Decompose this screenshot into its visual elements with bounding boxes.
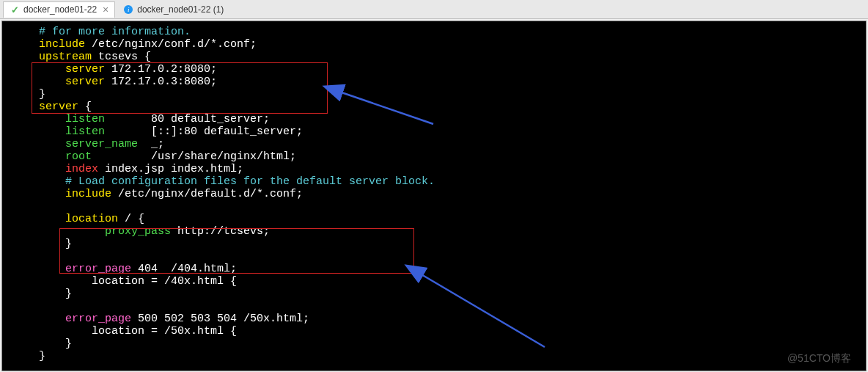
code-comment: # Load configuration files for the defau… xyxy=(65,175,435,188)
code-keyword: error_page xyxy=(65,263,131,275)
tab-active[interactable]: ✓ docker_node01-22 × xyxy=(3,1,115,18)
code-keyword: listen xyxy=(65,113,105,125)
tab-label: docker_node01-22 (1) xyxy=(137,4,224,15)
code-value: location = /40x.html xyxy=(92,275,224,288)
code-value: index.jsp index.html xyxy=(105,163,237,175)
code-keyword: error_page xyxy=(65,313,131,325)
code-name: tcsevs xyxy=(98,51,138,63)
code-block: # for more information. include /etc/ngi… xyxy=(39,26,866,362)
code-keyword: listen xyxy=(65,125,105,138)
terminal[interactable]: # for more information. include /etc/ngi… xyxy=(1,21,867,371)
watermark: @51CTO博客 xyxy=(787,352,851,365)
code-value: 172.17.0.2:8080 xyxy=(111,63,210,76)
code-keyword: server xyxy=(65,76,105,88)
code-keyword: server_name xyxy=(65,138,138,150)
code-value: 500 502 503 504 /50x.html xyxy=(138,313,303,325)
code-path: /etc/nginx/conf.d/*.conf xyxy=(92,38,250,51)
info-icon: i xyxy=(123,4,133,15)
tab-label: docker_node01-22 xyxy=(23,4,97,15)
code-url: http://tcsevs xyxy=(177,225,263,238)
code-value: location = /50x.html xyxy=(92,325,224,338)
code-keyword: root xyxy=(65,150,92,163)
close-icon[interactable]: × xyxy=(103,4,108,15)
code-keyword: location xyxy=(65,213,118,225)
code-path: /etc/nginx/default.d/*.conf xyxy=(118,188,296,200)
code-comment: # for more information. xyxy=(39,26,191,38)
code-keyword: include xyxy=(65,188,111,200)
code-keyword: proxy_pass xyxy=(105,225,171,238)
code-value: 404 /404.html xyxy=(138,263,230,275)
scrollbar[interactable] xyxy=(854,21,866,371)
code-keyword: server xyxy=(65,63,105,76)
code-keyword: index xyxy=(65,163,98,175)
code-keyword: server xyxy=(39,101,78,113)
check-icon: ✓ xyxy=(10,4,20,15)
code-value: _ xyxy=(151,138,158,150)
code-path: /usr/share/nginx/html xyxy=(151,150,290,163)
code-value: 80 default_server xyxy=(151,113,263,125)
tabs-bar: ✓ docker_node01-22 × i docker_node01-22 … xyxy=(0,0,868,19)
code-keyword: include xyxy=(39,38,85,51)
code-value: [::]:80 default_server xyxy=(151,125,296,138)
code-value: / xyxy=(125,213,131,225)
code-value: 172.17.0.3:8080 xyxy=(111,76,210,88)
tab-inactive[interactable]: i docker_node01-22 (1) xyxy=(117,1,230,18)
code-keyword: upstream xyxy=(39,51,92,63)
